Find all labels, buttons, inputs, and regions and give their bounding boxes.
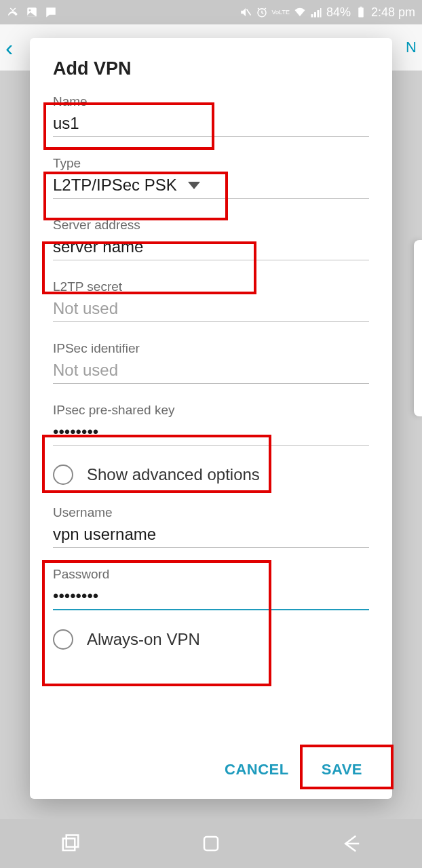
label-ipsec-identifier: IPSec identifier xyxy=(53,341,369,356)
label-advanced: Show advanced options xyxy=(87,465,260,484)
wifi-icon xyxy=(294,6,306,18)
message-icon xyxy=(45,6,57,18)
label-always-on: Always-on VPN xyxy=(87,630,200,649)
dialog-button-row: CANCEL SAVE xyxy=(53,751,369,785)
checkbox-advanced[interactable] xyxy=(53,465,73,485)
input-password[interactable]: •••••••• xyxy=(53,586,369,606)
field-type[interactable]: Type L2TP/IPSec PSK xyxy=(53,156,369,199)
add-vpn-dialog: Add VPN Name us1 Type L2TP/IPSec PSK Ser… xyxy=(30,38,392,799)
field-ipsec-identifier[interactable]: IPSec identifier Not used xyxy=(53,341,369,384)
edge-scroll-hint[interactable] xyxy=(414,240,422,416)
field-name[interactable]: Name us1 xyxy=(53,94,369,137)
field-psk[interactable]: IPsec pre-shared key •••••••• xyxy=(53,403,369,446)
svg-rect-8 xyxy=(204,837,218,850)
svg-rect-4 xyxy=(358,7,364,17)
nav-bar xyxy=(0,819,422,868)
back-icon[interactable] xyxy=(341,833,362,854)
battery-percent: 84% xyxy=(326,5,351,20)
input-name[interactable]: us1 xyxy=(53,113,369,134)
input-psk[interactable]: •••••••• xyxy=(53,422,369,442)
label-l2tp-secret: L2TP secret xyxy=(53,279,369,294)
field-l2tp-secret[interactable]: L2TP secret Not used xyxy=(53,279,369,322)
alarm-icon xyxy=(256,6,268,18)
label-username: Username xyxy=(53,505,369,520)
svg-line-2 xyxy=(246,9,250,16)
svg-rect-7 xyxy=(66,835,78,848)
gallery-icon xyxy=(26,6,38,18)
input-server[interactable]: server name xyxy=(53,237,369,257)
select-type[interactable]: L2TP/IPSec PSK xyxy=(53,175,369,195)
field-username[interactable]: Username vpn username xyxy=(53,505,369,548)
chevron-down-icon xyxy=(188,182,200,189)
mute-vibrate-icon xyxy=(239,6,252,18)
cancel-button[interactable]: CANCEL xyxy=(225,761,289,778)
svg-point-1 xyxy=(29,9,31,12)
row-advanced-options[interactable]: Show advanced options xyxy=(53,465,369,485)
dialog-title: Add VPN xyxy=(53,58,369,79)
field-server[interactable]: Server address server name xyxy=(53,218,369,260)
missed-call-icon xyxy=(7,6,19,18)
signal-icon xyxy=(310,6,322,18)
input-l2tp-secret[interactable]: Not used xyxy=(53,298,369,319)
back-chevron-icon[interactable]: ‹ xyxy=(5,35,13,61)
input-ipsec-identifier[interactable]: Not used xyxy=(53,360,369,380)
volte-icon: VoLTE xyxy=(272,9,290,16)
row-always-on[interactable]: Always-on VPN xyxy=(53,629,369,650)
home-icon[interactable] xyxy=(201,833,221,854)
clock: 2:48 pm xyxy=(371,5,415,20)
status-bar: VoLTE 84% 2:48 pm xyxy=(0,0,422,24)
battery-icon xyxy=(355,6,367,18)
label-password: Password xyxy=(53,567,369,582)
header-right-letter: N xyxy=(406,39,417,56)
input-username[interactable]: vpn username xyxy=(53,524,369,545)
label-psk: IPsec pre-shared key xyxy=(53,403,369,418)
field-password[interactable]: Password •••••••• xyxy=(53,567,369,610)
save-button[interactable]: SAVE xyxy=(322,761,362,778)
label-server: Server address xyxy=(53,218,369,233)
checkbox-always-on[interactable] xyxy=(53,629,73,650)
svg-rect-6 xyxy=(62,839,75,851)
svg-rect-5 xyxy=(360,7,362,8)
label-type: Type xyxy=(53,156,369,171)
recents-icon[interactable] xyxy=(60,833,81,854)
select-type-value: L2TP/IPSec PSK xyxy=(53,176,177,195)
label-name: Name xyxy=(53,94,369,109)
